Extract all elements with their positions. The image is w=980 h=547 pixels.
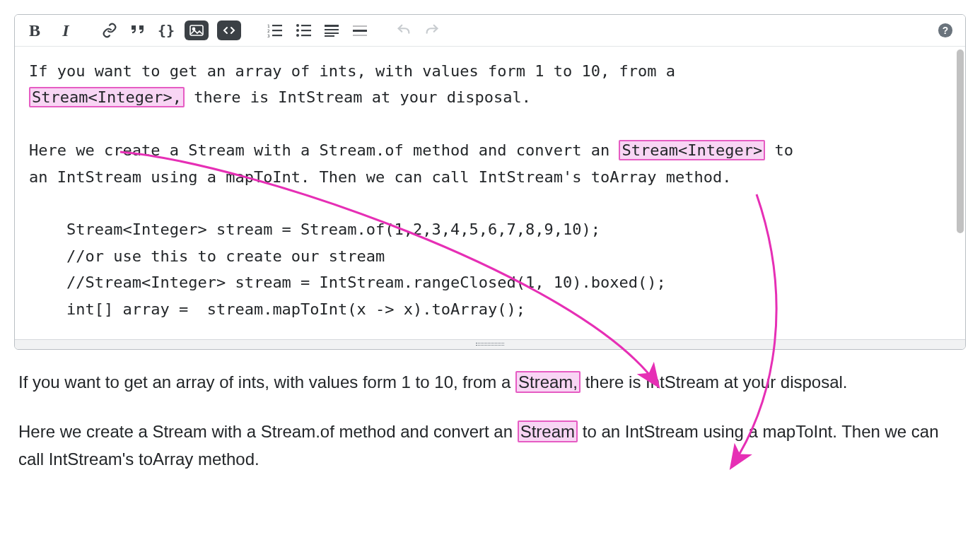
editor-text-line: an IntStream using a mapToInt. Then we c… <box>29 168 731 186</box>
editor-code-line: Stream<Integer> stream = Stream.of(1,2,3… <box>29 220 600 238</box>
svg-text:3: 3 <box>267 33 270 37</box>
unordered-list-button[interactable] <box>293 20 313 40</box>
editor-textarea[interactable]: If you want to get an array of ints, wit… <box>15 47 955 339</box>
svg-rect-17 <box>325 35 334 37</box>
toolbar-group-history <box>394 20 463 40</box>
heading-button[interactable] <box>322 20 342 40</box>
scrollbar-thumb[interactable] <box>957 49 964 233</box>
svg-rect-16 <box>325 33 339 34</box>
editor-resize-handle[interactable] <box>15 339 965 349</box>
svg-point-10 <box>296 34 299 37</box>
hr-icon <box>353 23 367 37</box>
editor-toolbar: B I {} 123 <box>15 15 965 47</box>
svg-point-8 <box>296 24 299 27</box>
editor-scrollbar[interactable] <box>955 47 965 339</box>
svg-rect-0 <box>190 25 203 35</box>
preview-highlight-1: Stream, <box>515 371 581 393</box>
editor-code-line: //or use this to create our stream <box>29 247 385 265</box>
preview-paragraph: If you want to get an array of ints, wit… <box>18 368 962 396</box>
svg-point-9 <box>296 29 299 32</box>
svg-rect-20 <box>353 35 367 36</box>
editor-text-line: If you want to get an array of ints, wit… <box>29 62 675 80</box>
svg-rect-11 <box>301 25 311 26</box>
preview-pane: If you want to get an array of ints, wit… <box>14 350 966 502</box>
editor-text-line: there is IntStream at your disposal. <box>185 88 531 106</box>
image-button[interactable] <box>185 20 209 40</box>
code-button[interactable]: {} <box>156 20 176 40</box>
svg-rect-19 <box>353 30 367 32</box>
editor-code-line: int[] array = stream.mapToInt(x -> x).to… <box>29 300 525 318</box>
ordered-list-icon: 123 <box>267 23 283 37</box>
snippet-button[interactable] <box>217 20 241 40</box>
toolbar-group-list: 123 <box>265 20 391 40</box>
quote-button[interactable] <box>128 20 148 40</box>
preview-text: there is IntStream at your disposal. <box>581 372 848 392</box>
preview-paragraph: Here we create a Stream with a Stream.of… <box>18 418 962 474</box>
help-button[interactable]: ? <box>935 20 955 40</box>
heading-icon <box>325 23 339 37</box>
svg-rect-15 <box>325 29 339 30</box>
link-button[interactable] <box>100 20 119 40</box>
svg-rect-12 <box>301 30 311 31</box>
toolbar-group-text: B I <box>25 20 97 40</box>
svg-rect-7 <box>272 35 282 36</box>
svg-rect-6 <box>272 30 282 31</box>
redo-button[interactable] <box>422 20 442 40</box>
undo-button[interactable] <box>394 20 414 40</box>
editor-text-line: Here we create a Stream with a Stream.of… <box>29 141 619 159</box>
editor-highlight-2: Stream<Integer> <box>619 140 765 160</box>
unordered-list-icon <box>296 23 311 37</box>
quote-icon <box>129 23 146 37</box>
hr-button[interactable] <box>350 20 370 40</box>
preview-text: If you want to get an array of ints, wit… <box>18 372 515 392</box>
svg-text:1: 1 <box>267 23 270 28</box>
page-root: B I {} 123 <box>0 0 980 516</box>
italic-button[interactable]: I <box>56 20 76 40</box>
ordered-list-button[interactable]: 123 <box>265 20 285 40</box>
editor-code-line: //Stream<Integer> stream = IntStream.ran… <box>29 274 666 291</box>
preview-highlight-2: Stream <box>518 420 578 442</box>
toolbar-group-insert: {} <box>100 20 262 40</box>
preview-text: Here we create a Stream with a Stream.of… <box>18 422 518 441</box>
svg-rect-14 <box>325 25 339 27</box>
snippet-icon <box>222 25 236 36</box>
editor-highlight-1: Stream<Integer>, <box>29 87 185 107</box>
undo-icon <box>396 23 412 38</box>
svg-text:2: 2 <box>267 28 270 33</box>
editor-body: If you want to get an array of ints, wit… <box>15 47 965 339</box>
image-icon <box>189 25 204 36</box>
svg-rect-13 <box>301 35 311 36</box>
svg-rect-5 <box>272 25 282 26</box>
resize-grip-icon <box>476 342 504 346</box>
help-icon: ? <box>938 23 953 38</box>
link-icon <box>102 23 117 38</box>
svg-rect-18 <box>353 25 367 27</box>
svg-text:?: ? <box>943 25 948 36</box>
bold-button[interactable]: B <box>25 20 45 40</box>
editor-text-line: to <box>765 141 793 159</box>
editor-container: B I {} 123 <box>14 14 966 350</box>
redo-icon <box>424 23 440 38</box>
